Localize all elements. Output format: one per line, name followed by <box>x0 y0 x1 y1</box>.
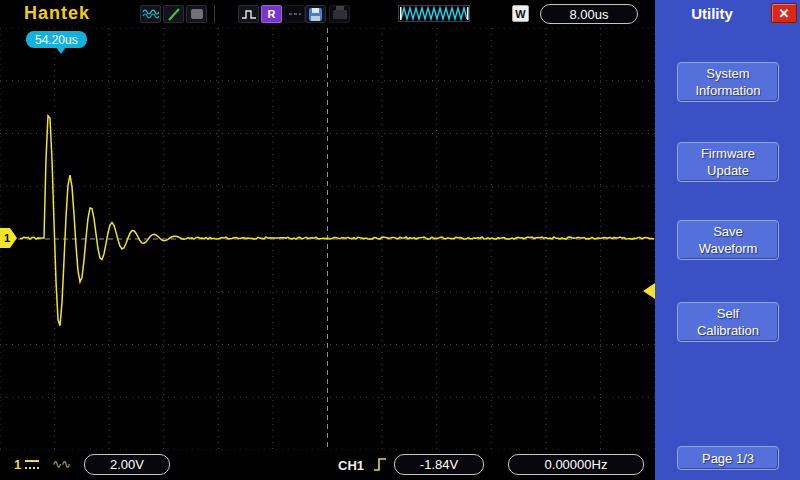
button-label-line1: System <box>706 65 749 82</box>
scope-display: 1 54.20us <box>0 28 655 450</box>
pulse-icon[interactable] <box>238 5 259 23</box>
channel-marker-number: 1 <box>4 232 10 244</box>
close-icon: ✕ <box>779 6 790 21</box>
dual-sine-icon <box>142 8 159 20</box>
window-zoom-button[interactable]: W <box>512 5 529 22</box>
timebase-readout: 8.00us <box>540 4 638 24</box>
display-capture-icon[interactable] <box>186 5 207 23</box>
dc-coupling-icon <box>25 460 39 469</box>
toolbar-divider <box>214 5 215 23</box>
button-label-line1: Firmware <box>701 145 755 162</box>
record-button[interactable]: R <box>261 5 282 23</box>
firmware-update-button[interactable]: Firmware Update <box>677 142 779 182</box>
button-label-line2: Update <box>707 162 749 179</box>
square-pulse-icon <box>241 8 257 21</box>
trigger-level-readout: -1.84V <box>394 454 484 475</box>
camera-icon <box>191 9 203 19</box>
rising-edge-icon <box>372 455 388 473</box>
button-label-line1: Self <box>717 305 739 322</box>
trigger-source-label: CH1 <box>338 458 364 473</box>
button-label-line2: Calibration <box>697 322 759 339</box>
oscilloscope-screen: Hantek R <box>0 0 800 480</box>
hposition-zigzag <box>399 6 469 21</box>
save-waveform-button[interactable]: Save Waveform <box>677 220 779 260</box>
brand-logo: Hantek <box>24 3 90 24</box>
system-information-button[interactable]: System Information <box>677 62 779 102</box>
volts-per-div-readout: 2.00V <box>84 454 170 475</box>
trigger-position-label: 54.20us <box>26 31 87 48</box>
print-icon <box>329 5 350 23</box>
top-bar: Hantek R <box>0 0 655 28</box>
scope-svg: 1 <box>0 28 655 450</box>
page-button[interactable]: Page 1/3 <box>677 446 779 470</box>
button-label-line1: Save <box>713 223 743 240</box>
button-label-line2: Waveform <box>699 240 758 257</box>
horizontal-position-widget[interactable] <box>398 5 470 22</box>
menu-title: Utility <box>655 5 769 22</box>
button-label-line2: Information <box>695 82 760 99</box>
usb-icon <box>284 5 305 23</box>
trigger-level-marker[interactable] <box>643 283 655 299</box>
channel-number: 1 <box>14 457 21 472</box>
floppy-disk-icon <box>309 8 322 21</box>
bottom-bar: 1 ∿∿ 2.00V CH1 -1.84V 0.00000Hz <box>0 450 655 480</box>
close-button[interactable]: ✕ <box>771 3 797 23</box>
save-icon[interactable] <box>305 5 326 23</box>
channel-indicator: 1 <box>14 457 39 472</box>
bandwidth-wave-icon: ∿∿ <box>52 457 70 471</box>
waveform-measure-icon[interactable] <box>140 5 161 23</box>
self-calibration-button[interactable]: Self Calibration <box>677 302 779 342</box>
frequency-readout: 0.00000Hz <box>508 454 644 475</box>
printer-icon <box>333 10 347 19</box>
green-slash-icon <box>167 8 181 21</box>
ch1-trace <box>20 116 654 326</box>
cursor-icon[interactable] <box>163 5 184 23</box>
trigger-position-marker-icon[interactable] <box>56 47 66 54</box>
utility-menu-panel: Utility ✕ System Information Firmware Up… <box>655 0 800 480</box>
link-glyph-icon <box>288 10 302 18</box>
